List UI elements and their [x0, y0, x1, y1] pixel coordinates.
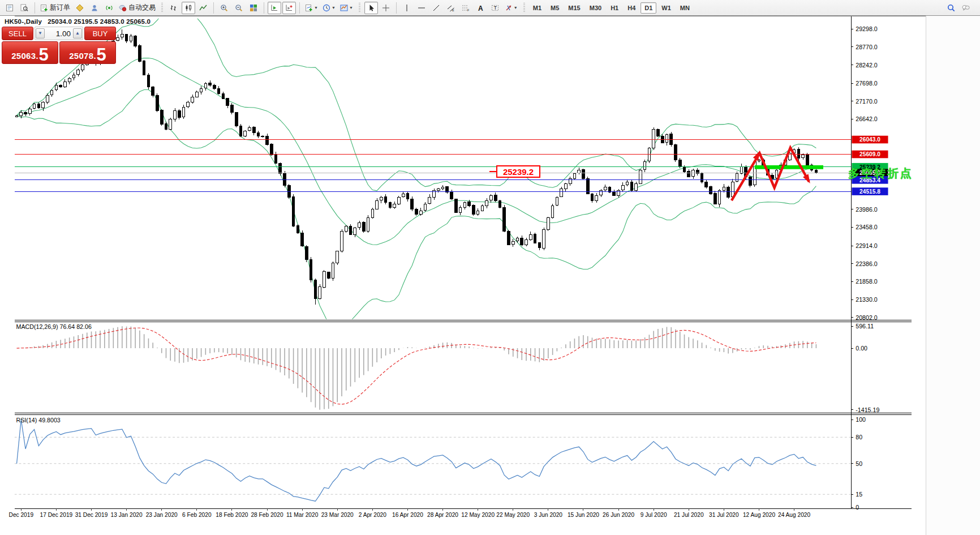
- price-tick-label: 22386.0: [856, 260, 878, 267]
- timeframe-h4[interactable]: H4: [624, 2, 639, 14]
- toolbar-drag-handle[interactable]: [359, 3, 360, 13]
- price-tick-label: 21330.0: [856, 296, 878, 303]
- periodicity-glyph: [323, 4, 330, 12]
- zoom-in-glyph: [220, 4, 228, 12]
- buy-button[interactable]: BUY: [84, 27, 116, 40]
- zoom-in-button[interactable]: [217, 2, 231, 14]
- macd-tick-label: 596.11: [856, 323, 874, 329]
- auto-trading-glyph: [119, 4, 127, 12]
- price-tick-label: 20802.0: [856, 314, 878, 321]
- arrows-tool[interactable]: ▼: [503, 2, 519, 14]
- rsi-tick-label: 0: [856, 504, 859, 511]
- tile-windows-button[interactable]: [247, 2, 260, 14]
- toolbar-separator: [299, 2, 300, 14]
- auto-trading-button[interactable]: 自动交易: [117, 2, 157, 14]
- timeframe-m15[interactable]: M15: [564, 2, 584, 14]
- toolbar-separator: [35, 2, 35, 14]
- line-chart-button[interactable]: [196, 2, 210, 14]
- templates-button[interactable]: ▼: [338, 2, 355, 14]
- timeframe-w1[interactable]: W1: [657, 2, 675, 14]
- arrows-tool-glyph: [505, 4, 513, 12]
- add-indicator-button[interactable]: ▼: [303, 2, 320, 14]
- price-tick-label: 29298.0: [856, 25, 878, 32]
- volume-decrease-button[interactable]: ▼: [36, 28, 45, 38]
- toolbar-separator: [264, 2, 264, 14]
- sell-price-panel[interactable]: 25063.5: [2, 41, 58, 64]
- toolbar-group: [2, 2, 32, 14]
- chart-title: HK50-,Daily25034.0 25195.5 24853.0 25065…: [5, 18, 151, 25]
- community-chat-icon[interactable]: [959, 2, 973, 14]
- toolbar-drag-handle[interactable]: [523, 3, 525, 13]
- equidistant-channel-tool[interactable]: E: [444, 2, 458, 14]
- toolbar-group: M1M5M15M30H1H4D1W1MN: [528, 2, 694, 14]
- symbol-period-label: HK50-,Daily: [5, 18, 42, 25]
- toolbar-group: [166, 2, 210, 14]
- price-callout-label[interactable]: 25239.2: [496, 165, 540, 178]
- timeframe-mn[interactable]: MN: [676, 2, 694, 14]
- candlestick-chart-button[interactable]: [182, 2, 195, 14]
- price-tag-value: 24515.8: [859, 189, 880, 195]
- price-tick-label: 21858.0: [856, 278, 878, 285]
- timeframe-h1[interactable]: H1: [607, 2, 622, 14]
- date-tick-label: 11 Mar 2020: [286, 512, 319, 518]
- reports-icon[interactable]: [3, 2, 16, 14]
- chart-shift-button[interactable]: [282, 2, 296, 14]
- text-label-tool[interactable]: T: [488, 2, 502, 14]
- zoom-out-button[interactable]: [232, 2, 246, 14]
- svg-text:T: T: [494, 5, 497, 11]
- crosshair-tool-button[interactable]: [379, 2, 393, 14]
- volume-increase-button[interactable]: ▲: [73, 28, 82, 38]
- text-tool-glyph: A: [476, 4, 484, 12]
- signals-icon[interactable]: [102, 2, 116, 14]
- dropdown-caret-icon[interactable]: ▼: [332, 6, 336, 10]
- toolbar-drag-handle[interactable]: [161, 3, 163, 13]
- toolbar-group: [217, 2, 261, 14]
- horizontal-level-lines: [15, 140, 851, 192]
- toolbar-group: [267, 2, 296, 14]
- date-tick-label: 16 Apr 2020: [392, 512, 423, 518]
- price-tick-label: 28242.0: [856, 62, 878, 69]
- dropdown-caret-icon[interactable]: ▼: [314, 6, 318, 10]
- date-tick-label: 24 Aug 2020: [778, 512, 810, 518]
- bar-chart-button[interactable]: [167, 2, 180, 14]
- trendline-tool[interactable]: [429, 2, 443, 14]
- price-axis-ticks: 29298.028770.028242.027698.027170.026642…: [851, 25, 879, 511]
- cleanup-icon[interactable]: [73, 2, 87, 14]
- rsi-caption: RSI(14) 49.8003: [16, 417, 61, 423]
- date-tick-label: 17 Dec 2019: [40, 512, 73, 518]
- macd-tick-label: 0.00: [856, 345, 867, 352]
- dropdown-caret-icon[interactable]: ▼: [349, 6, 353, 10]
- new-order-button[interactable]: 新订单: [38, 2, 72, 14]
- cursor-tool-button[interactable]: [364, 2, 378, 14]
- timeframe-m1[interactable]: M1: [529, 2, 545, 14]
- toolbar-group: [364, 2, 393, 14]
- sell-price: 25063: [11, 51, 36, 61]
- search-icon[interactable]: [944, 2, 958, 14]
- volume-input[interactable]: 1.00: [45, 29, 73, 38]
- rsi-tick-label: 50: [856, 460, 862, 467]
- date-tick-label: 26 Jun 2020: [603, 512, 634, 518]
- chart-window[interactable]: 29298.028770.028242.027698.027170.026642…: [0, 16, 980, 535]
- zoom-out-glyph: [235, 4, 243, 12]
- text-tool[interactable]: A: [474, 2, 487, 14]
- timeframe-m5[interactable]: M5: [547, 2, 563, 14]
- print-preview-icon[interactable]: [18, 2, 31, 14]
- horizontal-line-tool[interactable]: [415, 2, 428, 14]
- scroll-to-end-glyph: [270, 4, 278, 12]
- bar-chart-glyph: [170, 4, 178, 12]
- vertical-line-tool[interactable]: [400, 2, 414, 14]
- timeframe-d1[interactable]: D1: [641, 2, 656, 14]
- fibonacci-tool[interactable]: F: [459, 2, 472, 14]
- scroll-to-end-button[interactable]: [268, 2, 281, 14]
- svg-text:E: E: [452, 8, 454, 12]
- sell-button[interactable]: SELL: [2, 27, 33, 40]
- annotation-text[interactable]: 多空转折点: [848, 166, 913, 181]
- buy-price-panel[interactable]: 25078.5: [59, 41, 116, 64]
- dropdown-caret-icon[interactable]: ▼: [514, 6, 518, 10]
- date-tick-label: 23 Mar 2020: [321, 512, 354, 518]
- vertical-line-tool-glyph: [403, 4, 411, 12]
- mt4-terminal: 新订单自动交易▼▼▼EFAT▼M1M5M15M30H1H4D1W1MN 2929…: [0, 0, 980, 535]
- account-icon[interactable]: [88, 2, 101, 14]
- periodicity-button[interactable]: ▼: [321, 2, 337, 14]
- timeframe-m30[interactable]: M30: [586, 2, 605, 14]
